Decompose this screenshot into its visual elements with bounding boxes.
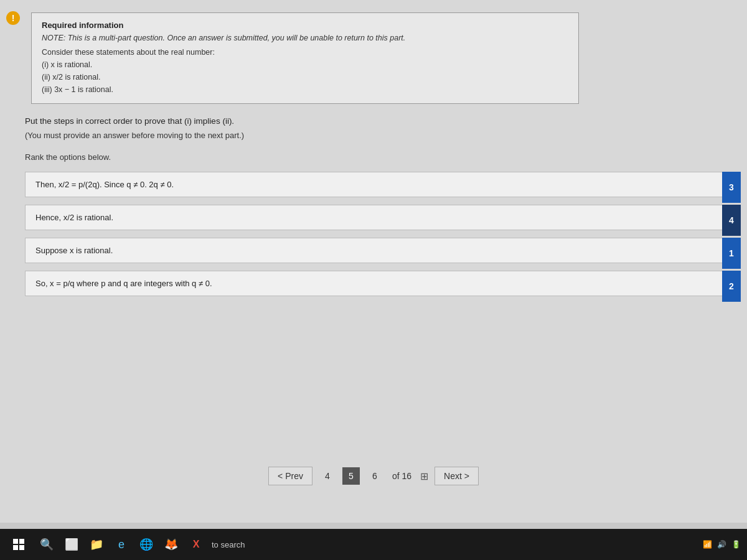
page-4[interactable]: 4: [319, 467, 336, 485]
file-explorer-icon[interactable]: 📁: [87, 535, 106, 554]
option-box-1[interactable]: Hence, x/2 is rational.: [25, 205, 741, 230]
required-info-box: Required information NOTE: This is a mul…: [31, 12, 579, 104]
taskbar: 🔍 ⬜ 📁 e 🌐 🦊 X to search 📶 🔊 🔋: [0, 529, 747, 560]
option-row-3: So, x = p/q where p and q are integers w…: [25, 271, 741, 296]
search-icon[interactable]: 🔍: [37, 535, 56, 554]
option-row-1: Hence, x/2 is rational. 4: [25, 205, 741, 230]
required-info-intro: Consider these statements about the real…: [42, 46, 568, 96]
edge-icon[interactable]: e: [112, 535, 131, 554]
of-16-label: of 16: [390, 467, 414, 485]
rank-number-0: 3: [729, 182, 734, 192]
task-view-icon[interactable]: ⬜: [62, 535, 81, 554]
option-text-0: Then, x/2 = p/(2q). Since q ≠ 0. 2q ≠ 0.: [35, 180, 174, 189]
option-text-3: So, x = p/q where p and q are integers w…: [35, 279, 212, 288]
page-6[interactable]: 6: [366, 467, 383, 485]
taskbar-search-label: to search: [212, 540, 697, 549]
page-5[interactable]: 5: [342, 467, 360, 485]
question-sub: (You must provide an answer before movin…: [25, 131, 728, 140]
required-info-item-1: (ii) x/2 is rational.: [42, 73, 100, 82]
main-content: ! Required information NOTE: This is a m…: [0, 0, 747, 523]
windows-start-button[interactable]: [6, 532, 31, 557]
next-button[interactable]: Next >: [435, 467, 479, 485]
rank-badge-2: 1: [722, 238, 741, 269]
prev-button[interactable]: < Prev: [268, 467, 312, 485]
rank-badge-3: 2: [722, 271, 741, 302]
taskbar-sound-icon: 🔊: [717, 540, 726, 549]
option-text-1: Hence, x/2 is rational.: [35, 213, 113, 222]
option-box-0[interactable]: Then, x/2 = p/(2q). Since q ≠ 0. 2q ≠ 0.: [25, 172, 741, 197]
required-info-title: Required information: [42, 21, 568, 30]
rank-number-1: 4: [729, 215, 734, 225]
pagination-bar: < Prev 4 5 6 of 16 ⊞ Next >: [0, 467, 747, 485]
options-container: Then, x/2 = p/(2q). Since q ≠ 0. 2q ≠ 0.…: [25, 172, 741, 296]
grid-icon[interactable]: ⊞: [420, 470, 428, 482]
required-info-item-2: (iii) 3x − 1 is rational.: [42, 85, 113, 94]
firefox-icon[interactable]: 🦊: [162, 535, 181, 554]
rank-badge-1: 4: [722, 205, 741, 236]
rank-label: Rank the options below.: [25, 152, 728, 162]
option-row-0: Then, x/2 = p/(2q). Since q ≠ 0. 2q ≠ 0.…: [25, 172, 741, 197]
rank-number-2: 1: [729, 248, 734, 258]
alert-icon: !: [6, 11, 20, 25]
taskbar-right: 📶 🔊 🔋: [703, 540, 741, 549]
rank-badge-0: 3: [722, 172, 741, 203]
option-box-3[interactable]: So, x = p/q where p and q are integers w…: [25, 271, 741, 296]
required-info-note: NOTE: This is a multi-part question. Onc…: [42, 34, 568, 42]
xj-icon[interactable]: X: [187, 535, 205, 554]
question-main: Put the steps in correct order to prove …: [25, 116, 728, 126]
taskbar-battery-icon: 🔋: [731, 540, 741, 549]
taskbar-wifi-icon: 📶: [703, 540, 712, 549]
option-text-2: Suppose x is rational.: [35, 246, 113, 255]
option-box-2[interactable]: Suppose x is rational.: [25, 238, 741, 263]
option-row-2: Suppose x is rational. 1: [25, 238, 741, 263]
edge-icon-2[interactable]: 🌐: [137, 535, 156, 554]
required-info-item-0: (i) x is rational.: [42, 60, 92, 69]
rank-number-3: 2: [729, 281, 734, 291]
